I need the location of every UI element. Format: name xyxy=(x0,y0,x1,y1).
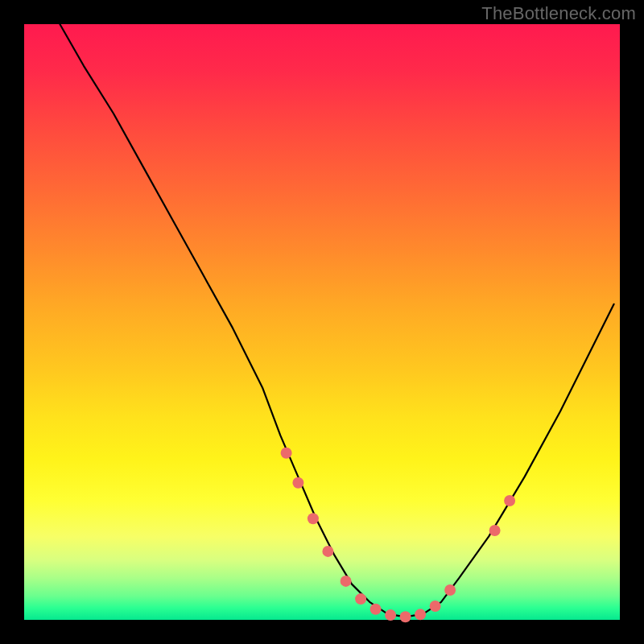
chart-container: TheBottleneck.com xyxy=(0,0,644,644)
data-marker xyxy=(415,609,426,620)
data-marker xyxy=(444,584,456,596)
data-marker xyxy=(370,604,382,615)
curve-line xyxy=(60,24,613,617)
data-marker xyxy=(341,576,352,587)
data-marker xyxy=(308,513,319,524)
plot-area xyxy=(24,24,620,620)
data-marker xyxy=(322,546,333,557)
marker-group xyxy=(281,448,515,623)
data-marker xyxy=(489,525,501,536)
data-marker xyxy=(504,495,515,506)
data-marker xyxy=(281,448,292,459)
data-marker xyxy=(292,477,303,489)
data-marker xyxy=(430,601,441,612)
data-marker xyxy=(355,593,366,605)
chart-svg xyxy=(24,24,620,620)
data-marker xyxy=(385,609,396,621)
watermark-text: TheBottleneck.com xyxy=(481,3,636,24)
data-marker xyxy=(400,611,411,622)
